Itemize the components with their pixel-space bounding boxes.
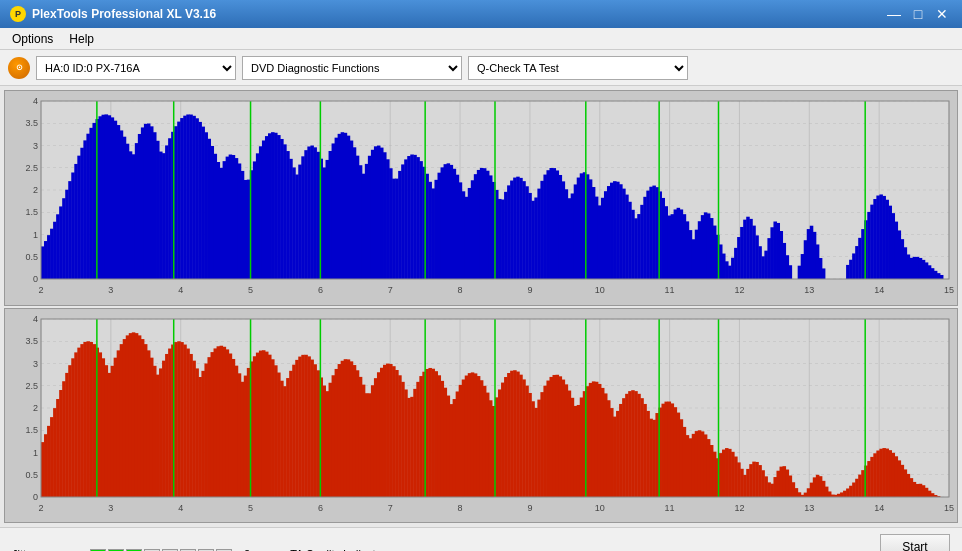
jitter-label: Jitter:: [12, 548, 82, 552]
close-button[interactable]: ✕: [932, 6, 952, 22]
drive-select[interactable]: HA:0 ID:0 PX-716A: [36, 56, 236, 80]
bottom-chart: [4, 308, 958, 524]
ta-quality-label: TA Quality Indicator:: [290, 548, 388, 552]
minimize-button[interactable]: —: [884, 6, 904, 22]
toolbar: ⊙ HA:0 ID:0 PX-716A DVD Diagnostic Funct…: [0, 50, 962, 86]
title-bar-left: P PlexTools Professional XL V3.16: [10, 6, 216, 22]
menu-bar: Options Help: [0, 28, 962, 50]
top-chart: [4, 90, 958, 306]
title-bar: P PlexTools Professional XL V3.16 — □ ✕: [0, 0, 962, 28]
metrics-area: Jitter: 2 Peak Shift:: [12, 548, 250, 552]
app-icon: P: [10, 6, 26, 22]
bottom-panel: Jitter: 2 Peak Shift:: [0, 527, 962, 551]
title-bar-controls: — □ ✕: [884, 6, 952, 22]
start-btn-area: Start i: [880, 534, 950, 552]
ta-quality-area: TA Quality Indicator: Not Good: [290, 548, 388, 552]
maximize-button[interactable]: □: [908, 6, 928, 22]
menu-options[interactable]: Options: [6, 30, 59, 48]
top-chart-canvas: [5, 91, 958, 306]
start-button[interactable]: Start: [880, 534, 950, 552]
jitter-value: 2: [244, 548, 250, 552]
jitter-row: Jitter: 2: [12, 548, 250, 552]
main-content: [0, 86, 962, 527]
menu-help[interactable]: Help: [63, 30, 100, 48]
window-title: PlexTools Professional XL V3.16: [32, 7, 216, 21]
drive-icon: ⊙: [8, 57, 30, 79]
test-select[interactable]: Q-Check TA Test: [468, 56, 688, 80]
bottom-chart-canvas: [5, 309, 958, 524]
function-select[interactable]: DVD Diagnostic Functions: [242, 56, 462, 80]
